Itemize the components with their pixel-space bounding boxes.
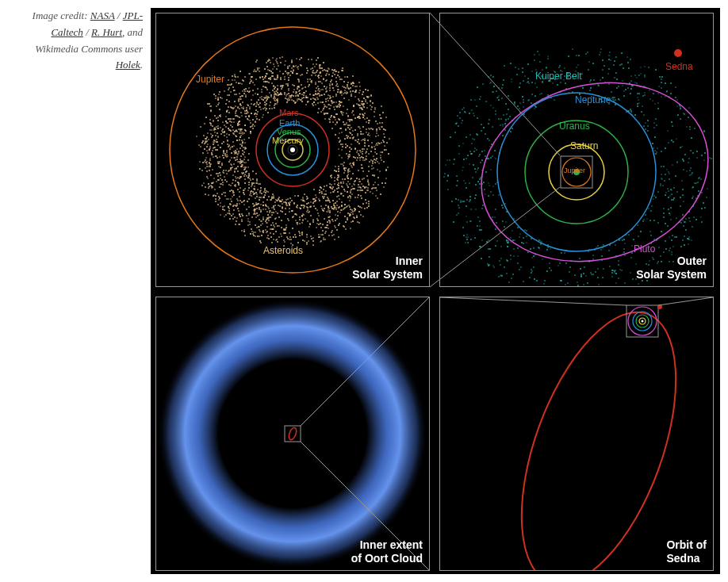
svg-point-5 <box>290 147 295 152</box>
link-nasa[interactable]: NASA <box>90 10 115 21</box>
panel-inner-solar-system: Jupiter Asteroids Mars Earth Venus Mercu… <box>155 13 430 287</box>
svg-point-12 <box>573 169 580 175</box>
panel-sedna-orbit: Orbit ofSedna <box>439 297 714 571</box>
link-holek[interactable]: Holek <box>116 59 140 71</box>
panel-title-oort: Inner extentof Oort Cloud <box>351 538 423 565</box>
panel-title-sedna: Orbit ofSedna <box>666 538 707 565</box>
svg-line-28 <box>440 297 626 305</box>
svg-point-14 <box>674 49 682 57</box>
image-credit: Image credit: NASA / JPL-Caltech / R. Hu… <box>8 8 151 74</box>
svg-point-25 <box>642 320 644 323</box>
svg-point-20 <box>490 297 707 570</box>
svg-point-7 <box>461 58 713 286</box>
panel-title-outer: OuterSolar System <box>636 255 707 281</box>
diagram-canvas: Jupiter Asteroids Mars Earth Venus Mercu… <box>151 8 720 574</box>
link-rhurt[interactable]: R. Hurt <box>91 26 122 38</box>
panel-oort-cloud: Inner extentof Oort Cloud <box>155 297 430 571</box>
svg-line-29 <box>658 297 713 305</box>
panel-outer-solar-system: Kuiper Belt Neptune Uranus Saturn Jupite… <box>439 13 714 287</box>
panel-title-inner: InnerSolar System <box>352 255 423 281</box>
